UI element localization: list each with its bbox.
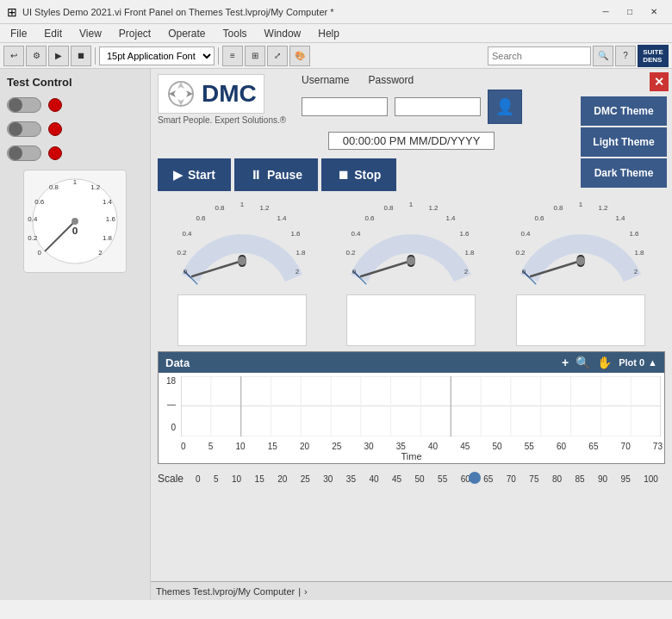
- dmc-theme-button[interactable]: DMC Theme: [581, 96, 667, 126]
- data-header: Data + 🔍 ✋ Plot 0 ▲: [159, 352, 664, 373]
- search-button[interactable]: 🔍: [593, 46, 613, 66]
- password-input[interactable]: [395, 97, 481, 116]
- menu-help[interactable]: Help: [311, 26, 346, 41]
- right-panel: DMC Smart People. Expert Solutions.® Use…: [151, 69, 672, 600]
- toolbar-stop-btn[interactable]: ⏹: [71, 46, 91, 66]
- toggle-1[interactable]: [7, 97, 41, 113]
- title-bar: ⊞ UI Styles Demo 2021.vi Front Panel on …: [0, 0, 672, 24]
- svg-text:2: 2: [296, 268, 300, 275]
- scroll-arrow[interactable]: ›: [304, 586, 308, 597]
- indicator-3: [48, 146, 62, 160]
- minimize-button[interactable]: ─: [594, 3, 617, 22]
- gauge-3-display: [516, 294, 645, 346]
- scale-thumb[interactable]: [469, 472, 481, 484]
- svg-text:1.8: 1.8: [296, 249, 307, 257]
- analog-gauge: 0 0.2 0.4 0.6 0.8 1 1.2 1.4 1.6: [23, 170, 127, 273]
- status-text: Themes Test.lvproj/My Computer: [156, 586, 295, 597]
- help-btn[interactable]: ?: [615, 46, 636, 66]
- chart-area: 18 — 0: [159, 373, 664, 442]
- header-area: DMC Smart People. Expert Solutions.® Use…: [151, 69, 672, 130]
- toggle-3[interactable]: [7, 145, 41, 161]
- close-button[interactable]: ✕: [643, 3, 665, 22]
- svg-text:1.4: 1.4: [615, 214, 625, 222]
- svg-text:1.6: 1.6: [291, 230, 302, 238]
- svg-text:0.8: 0.8: [384, 204, 395, 212]
- chart-svg: [181, 376, 661, 436]
- menu-edit[interactable]: Edit: [37, 26, 69, 41]
- toggle-knob-1: [9, 98, 22, 112]
- menu-tools[interactable]: Tools: [216, 26, 254, 41]
- toolbar-dist-btn[interactable]: ⊞: [245, 46, 265, 66]
- menu-file[interactable]: File: [3, 26, 34, 41]
- menu-project[interactable]: Project: [112, 26, 158, 41]
- svg-point-43: [407, 257, 415, 265]
- x-axis-ticks: 0 5 10 15 20 25 30 35 40 45 50 55 60 65 …: [179, 442, 664, 451]
- start-label: Start: [188, 168, 215, 182]
- svg-text:0.6: 0.6: [534, 214, 544, 222]
- light-theme-button[interactable]: Light Theme: [581, 127, 667, 157]
- font-dropdown[interactable]: 15pt Application Font: [99, 46, 215, 65]
- gauges-area: 0 0.2 0.4 0.6 0.8 1 1.2 1.4 1.6 1.8 2 0: [151, 196, 672, 346]
- logo-box: DMC: [158, 74, 264, 114]
- stop-icon: ⏹: [337, 168, 349, 182]
- dark-theme-button[interactable]: Dark Theme: [581, 158, 667, 188]
- main-area: Test Control: [0, 69, 672, 600]
- svg-text:1.2: 1.2: [598, 204, 608, 212]
- stop-button[interactable]: ⏹ Stop: [321, 158, 396, 191]
- pause-button[interactable]: ⏸ Pause: [234, 158, 318, 191]
- toolbar-color-btn[interactable]: 🎨: [289, 46, 310, 66]
- menu-view[interactable]: View: [72, 26, 109, 41]
- maximize-button[interactable]: □: [619, 3, 641, 22]
- svg-text:1.6: 1.6: [460, 230, 470, 238]
- svg-text:0.2: 0.2: [515, 249, 526, 257]
- svg-point-29: [238, 257, 246, 265]
- toolbar-settings-btn[interactable]: ⚙: [26, 46, 47, 66]
- toolbar-resize-btn[interactable]: ⤢: [267, 46, 288, 66]
- logo-brand: DMC: [202, 80, 257, 108]
- menu-operate[interactable]: Operate: [161, 26, 212, 41]
- svg-text:0: 0: [184, 268, 188, 275]
- svg-text:0: 0: [522, 268, 526, 275]
- gauge-3: 0 0.2 0.4 0.6 0.8 1 1.2 1.4 1.6 1.8 2 0: [507, 196, 654, 346]
- zoom-icon[interactable]: 🔍: [576, 356, 590, 369]
- search-input[interactable]: [488, 46, 591, 65]
- username-row: Username Password: [302, 74, 522, 86]
- svg-text:1: 1: [73, 178, 77, 186]
- add-icon[interactable]: +: [562, 356, 569, 369]
- close-theme-button[interactable]: ✕: [650, 72, 669, 91]
- plot-chevron[interactable]: ▲: [648, 357, 657, 368]
- svg-text:1.2: 1.2: [90, 183, 100, 191]
- toolbar-run-btn[interactable]: ▶: [48, 46, 69, 66]
- svg-text:0.2: 0.2: [346, 249, 357, 257]
- data-header-icons: + 🔍 ✋ Plot 0 ▲: [562, 356, 657, 369]
- svg-text:0.6: 0.6: [34, 198, 45, 206]
- panel-title: Test Control: [7, 76, 143, 89]
- svg-text:1.2: 1.2: [260, 204, 271, 212]
- toggle-2[interactable]: [7, 121, 41, 137]
- svg-text:2: 2: [464, 268, 469, 275]
- theme-panel: ✕ DMC Theme Light Theme Dark Theme: [577, 69, 672, 191]
- toggle-row-1: [7, 97, 143, 113]
- toolbar-align-btn[interactable]: ≡: [222, 46, 243, 66]
- username-input[interactable]: [302, 97, 388, 116]
- toggle-row-3: [7, 145, 143, 161]
- svg-text:0: 0: [38, 249, 42, 257]
- labview-logo: SUITEDENS: [638, 45, 669, 67]
- username-label: Username: [302, 74, 349, 86]
- pan-icon[interactable]: ✋: [597, 356, 612, 369]
- app-icon: ⊞: [7, 5, 17, 19]
- y-min-label: 0: [159, 423, 176, 432]
- avatar-button[interactable]: 👤: [488, 90, 522, 124]
- scale-area: Scale 0 5 10 15 20 25 30 35 40 45 50: [151, 469, 672, 488]
- svg-point-13: [72, 218, 78, 225]
- scale-slider-container: 0 5 10 15 20 25 30 35 40 45 50 55 60 65 …: [189, 474, 665, 484]
- start-button[interactable]: ▶ Start: [158, 158, 231, 191]
- svg-text:1.6: 1.6: [106, 215, 116, 223]
- gauge-2-display: [346, 294, 476, 346]
- svg-text:2: 2: [98, 249, 102, 257]
- svg-text:1.4: 1.4: [103, 198, 113, 206]
- toolbar-back-btn[interactable]: ↩: [3, 46, 24, 66]
- svg-text:0.4: 0.4: [28, 215, 38, 223]
- y-max-label: 18: [159, 376, 176, 386]
- menu-window[interactable]: Window: [258, 26, 308, 41]
